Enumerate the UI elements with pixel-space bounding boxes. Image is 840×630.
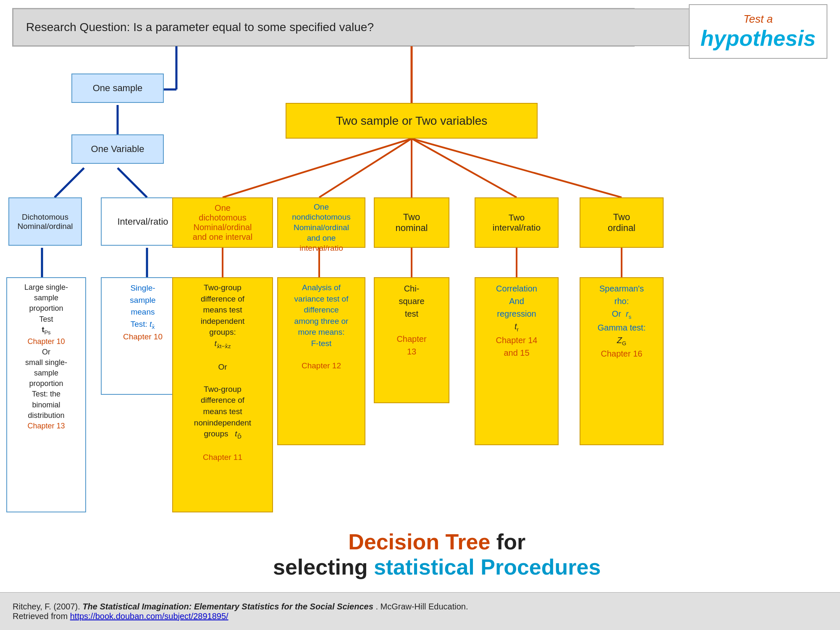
one-sample-label: One sample xyxy=(93,83,143,94)
result-correlation-text: CorrelationAndregression tr Chapter 14an… xyxy=(496,282,538,359)
dt-for-label: for xyxy=(496,530,525,554)
hypothesis-label: hypothesis xyxy=(701,26,816,51)
svg-line-15 xyxy=(412,139,622,197)
two-sample-label: Two sample or Two variables xyxy=(336,114,488,128)
one-variable-box: One Variable xyxy=(71,134,164,164)
result-chisquare-box: Chi-squaretest Chapter13 xyxy=(374,277,449,403)
result-proportion-box: Large single-sampleproportionTest tPs Ch… xyxy=(6,277,86,512)
one-nondichotomous-box: One nondichotomous Nominal/ordinal and o… xyxy=(277,197,365,248)
result-means-text: Single-samplemeansTest: tx̄ Chapter 10 xyxy=(123,282,163,343)
dt-selecting-text: selecting xyxy=(273,555,368,579)
dichotomous-label: Dichotomous Nominal/ordinal xyxy=(17,213,73,231)
interval-ratio-label: Interval/ratio xyxy=(117,216,168,227)
two-sample-box: Two sample or Two variables xyxy=(286,103,538,139)
result-anova-box: Analysis ofvariance test ofdifferenceamo… xyxy=(277,277,365,445)
footer-link[interactable]: https://book.douban.com/subject/2891895/ xyxy=(70,612,228,621)
two-nominal-box: Two nominal xyxy=(374,197,449,248)
dt-statistical-text: statistical Procedures xyxy=(374,555,601,579)
result-spearman-text: Spearman'srho:Or rs Gamma test: ZG Chapt… xyxy=(598,282,646,360)
one-sample-box: One sample xyxy=(71,74,164,103)
decision-tree-title: Decision Tree for selecting statistical … xyxy=(273,529,601,580)
two-ordinal-box: Two ordinal xyxy=(580,197,664,248)
svg-line-8 xyxy=(118,168,147,197)
two-interval-box: Two interval/ratio xyxy=(475,197,559,248)
two-interval-label: Two interval/ratio xyxy=(493,213,541,233)
two-nominal-label: Two nominal xyxy=(395,212,428,234)
result-twogroup-box: Two-groupdifference ofmeans testindepend… xyxy=(172,277,273,512)
dt-line2: selecting statistical Procedures xyxy=(273,554,601,580)
result-correlation-box: CorrelationAndregression tr Chapter 14an… xyxy=(475,277,559,445)
one-nondichotomous-label: One nondichotomous Nominal/ordinal and o… xyxy=(292,192,350,254)
result-proportion-text: Large single-sampleproportionTest tPs Ch… xyxy=(24,282,68,431)
footer-link-line: Retrieved from https://book.douban.com/s… xyxy=(13,612,827,621)
result-chisquare-text: Chi-squaretest Chapter13 xyxy=(396,282,426,358)
svg-line-7 xyxy=(55,168,84,197)
dt-orange-text: Decision Tree xyxy=(348,530,490,554)
svg-line-12 xyxy=(319,139,412,197)
dichotomous-box: Dichotomous Nominal/ordinal xyxy=(8,197,82,246)
result-twogroup-text: Two-groupdifference ofmeans testindepend… xyxy=(194,282,251,463)
svg-line-14 xyxy=(412,139,517,197)
one-dichotomous-label: One dichotomous Nominal/ordinal and one … xyxy=(193,203,252,242)
dt-line1: Decision Tree for xyxy=(273,529,601,554)
result-spearman-box: Spearman'srho:Or rs Gamma test: ZG Chapt… xyxy=(580,277,664,445)
test-a-label: Test a xyxy=(743,13,773,26)
book-title: The Statistical Imagination: Elementary … xyxy=(82,602,373,611)
svg-line-11 xyxy=(223,139,412,197)
two-ordinal-label: Two ordinal xyxy=(608,212,635,234)
footer-text: Ritchey, F. (2007). The Statistical Imag… xyxy=(13,602,827,612)
footer: Ritchey, F. (2007). The Statistical Imag… xyxy=(0,592,840,630)
test-hypothesis-box: Test a hypothesis xyxy=(689,4,827,59)
result-anova-text: Analysis ofvariance test ofdifferenceamo… xyxy=(294,282,349,372)
one-dichotomous-box: One dichotomous Nominal/ordinal and one … xyxy=(172,197,273,248)
one-variable-label: One Variable xyxy=(91,144,144,155)
main-container: Research Question: Is a parameter equal … xyxy=(0,0,840,630)
